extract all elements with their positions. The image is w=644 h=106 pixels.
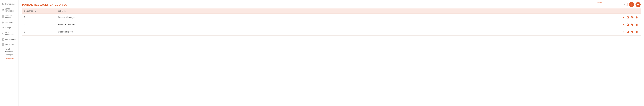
sidebar-item-groups[interactable]: Groups — [0, 25, 18, 30]
search-group: Search — [595, 3, 628, 6]
sidebar-item-email-templates-label: Email Templates — [5, 8, 17, 12]
email-templates-icon — [2, 9, 4, 11]
row-actions — [622, 15, 638, 19]
tag-button[interactable] — [630, 23, 634, 26]
table-row: 0General Messages — [22, 14, 640, 21]
cell-actions — [620, 28, 640, 36]
search-icon — [624, 3, 626, 6]
sidebar-item-portal-messages[interactable]: Portal Messages — [0, 47, 18, 53]
svg-rect-17 — [2, 45, 3, 46]
sidebar-item-portal-tiles[interactable]: Portal Tiles — [0, 42, 18, 47]
svg-rect-6 — [3, 17, 4, 18]
svg-point-10 — [2, 33, 4, 34]
tag-button[interactable] — [630, 15, 634, 19]
sidebar-item-groups-label: Groups — [5, 27, 11, 29]
svg-rect-5 — [2, 17, 3, 18]
copy-button[interactable] — [626, 15, 630, 19]
sidebar-item-email-templates[interactable]: Email Templates — [0, 6, 18, 13]
main-content: PORTAL MESSAGES CATEGORIES Search ⇅ — [19, 0, 644, 106]
svg-rect-3 — [2, 15, 3, 16]
content-blocks-icon — [2, 15, 4, 18]
sidebar-item-content-blocks-label: Content Blocks — [5, 14, 17, 19]
sidebar-item-from-addresses[interactable]: From Addresses — [0, 30, 18, 37]
svg-rect-28 — [627, 24, 628, 25]
table-container: Sequence ▲ Label ⇅ 0General Messages2Boa… — [19, 8, 644, 39]
edit-button[interactable] — [622, 30, 625, 34]
cell-label: General Messages — [56, 14, 620, 21]
cell-sequence: 2 — [22, 21, 56, 28]
label-sort-arrow: ⇅ — [64, 10, 66, 12]
svg-rect-4 — [3, 15, 4, 16]
sidebar-item-categories-label: Categories — [5, 57, 14, 59]
sidebar-item-messages-label: Messages — [5, 54, 13, 56]
edit-button[interactable] — [622, 23, 625, 26]
sidebar-item-categories[interactable]: Categories — [0, 57, 18, 60]
cell-label: Unpaid Invoices — [56, 28, 620, 36]
svg-point-29 — [632, 24, 632, 24]
row-actions — [622, 23, 638, 26]
categories-table: Sequence ▲ Label ⇅ 0General Messages2Boa… — [22, 8, 640, 36]
sidebar-item-channels[interactable]: Channels — [0, 20, 18, 25]
search-label: Search — [596, 2, 602, 3]
svg-rect-24 — [636, 17, 637, 18]
svg-rect-36 — [636, 31, 637, 33]
column-sequence[interactable]: Sequence ▲ — [22, 8, 56, 14]
campaigns-icon — [2, 3, 4, 5]
portal-forms-icon — [2, 38, 4, 41]
table-row: 3Unpaid Invoices — [22, 28, 640, 36]
sidebar-item-campaigns[interactable]: Campaigns — [0, 1, 18, 6]
sidebar-item-portal-messages-label: Portal Messages — [5, 48, 13, 52]
sidebar-item-campaigns-label: Campaigns — [5, 3, 14, 5]
sidebar-item-portal-tiles-label: Portal Tiles — [5, 43, 14, 46]
table-header: Sequence ▲ Label ⇅ — [22, 8, 640, 14]
sort-icon: ⇅ — [630, 3, 633, 6]
portal-tiles-icon — [2, 43, 4, 46]
svg-rect-22 — [627, 16, 628, 18]
svg-line-20 — [626, 5, 626, 5]
svg-rect-16 — [3, 43, 4, 44]
sidebar-item-portal-forms[interactable]: Portal Forms — [0, 37, 18, 42]
sidebar-item-messages[interactable]: Messages — [0, 53, 18, 57]
tag-button[interactable] — [630, 30, 634, 34]
svg-point-7 — [2, 22, 4, 23]
edit-button[interactable] — [622, 15, 625, 19]
svg-point-23 — [632, 17, 632, 17]
copy-button[interactable] — [626, 23, 630, 26]
add-button[interactable]: + — [636, 2, 640, 7]
svg-rect-30 — [636, 24, 637, 26]
sidebar-item-content-blocks[interactable]: Content Blocks — [0, 13, 18, 20]
column-sequence-label: Sequence — [24, 10, 33, 12]
header: PORTAL MESSAGES CATEGORIES Search ⇅ — [19, 0, 644, 8]
cell-sequence: 0 — [22, 14, 56, 21]
search-icon-button[interactable] — [624, 3, 626, 6]
sort-button[interactable]: ⇅ — [629, 2, 634, 7]
svg-point-35 — [632, 31, 632, 32]
delete-button[interactable] — [635, 15, 638, 19]
delete-button[interactable] — [635, 23, 638, 26]
svg-point-9 — [3, 27, 4, 28]
from-addresses-icon — [2, 32, 4, 35]
page-title: PORTAL MESSAGES CATEGORIES — [22, 3, 67, 6]
column-actions — [620, 8, 640, 14]
svg-rect-15 — [2, 43, 3, 44]
sidebar-item-portal-forms-label: Portal Forms — [5, 38, 16, 40]
cell-actions — [620, 21, 640, 28]
cell-sequence: 3 — [22, 28, 56, 36]
header-actions: Search ⇅ + — [595, 2, 640, 7]
column-label[interactable]: Label ⇅ — [56, 8, 620, 14]
add-icon: + — [637, 3, 639, 6]
svg-point-19 — [625, 4, 626, 5]
delete-button[interactable] — [635, 30, 638, 34]
row-actions — [622, 30, 638, 34]
sidebar: Campaigns Email Templates Content Blocks… — [0, 0, 19, 106]
copy-button[interactable] — [626, 30, 630, 34]
sidebar-item-from-addresses-label: From Addresses — [5, 31, 17, 36]
groups-icon — [2, 26, 4, 29]
channels-icon — [2, 21, 4, 24]
column-label-text: Label — [58, 10, 63, 12]
table-row: 2Board Of Directors — [22, 21, 640, 28]
search-input[interactable] — [596, 3, 624, 6]
cell-label: Board Of Directors — [56, 21, 620, 28]
search-inner — [596, 3, 626, 6]
sequence-sort-arrow: ▲ — [34, 10, 36, 12]
